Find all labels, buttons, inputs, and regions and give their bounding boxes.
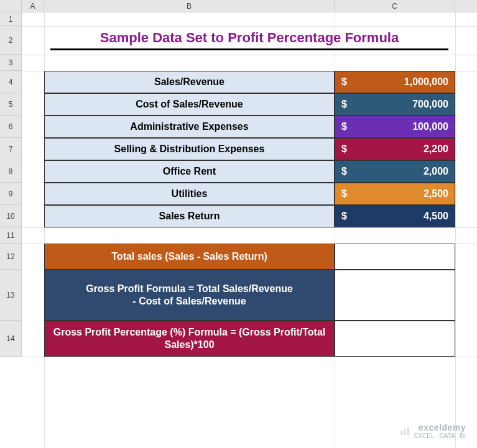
row-header-8[interactable]: 8 [0, 160, 21, 183]
spreadsheet-grid: A B C 1 2 3 4 5 6 7 8 9 10 11 12 13 14 [0, 0, 477, 448]
formula-gross-profit-pct[interactable]: Gross Profit Percentage (%) Formula = (G… [44, 321, 335, 357]
row-header-10[interactable]: 10 [0, 205, 21, 227]
currency-symbol: $ [341, 188, 347, 199]
col-header-C[interactable]: C [335, 0, 455, 12]
formula-total-sales[interactable]: Total sales (Sales - Sales Return) [44, 244, 335, 270]
currency-value: 4,500 [424, 211, 448, 222]
label-utilities[interactable]: Utilities [44, 183, 335, 205]
value-admin-exp[interactable]: $ 100,000 [335, 116, 455, 138]
row-header-13[interactable]: 13 [0, 270, 21, 321]
col-header-B[interactable]: B [44, 0, 335, 12]
formula-gross-profit-pct-value[interactable] [335, 321, 455, 357]
formula-total-sales-value[interactable] [335, 244, 455, 270]
currency-symbol: $ [341, 121, 347, 132]
value-office-rent[interactable]: $ 2,000 [335, 160, 455, 183]
formula-gross-profit[interactable]: Gross Profit Formula = Total Sales/Reven… [44, 270, 335, 321]
label-office-rent[interactable]: Office Rent [44, 160, 335, 183]
currency-symbol: $ [341, 99, 347, 110]
formula-gross-profit-value[interactable] [335, 270, 455, 321]
row-header-1[interactable]: 1 [0, 12, 21, 26]
label-admin-exp[interactable]: Administrative Expenses [44, 116, 335, 138]
column-header-row: A B C [0, 0, 477, 12]
currency-value: 2,000 [424, 166, 448, 177]
watermark: exceldemy EXCEL · DATA · BI [399, 423, 466, 439]
svg-rect-0 [401, 431, 402, 435]
row-header-col: 1 2 3 4 5 6 7 8 9 10 11 12 13 14 [0, 12, 22, 357]
currency-value: 2,200 [424, 144, 448, 155]
currency-symbol: $ [341, 211, 347, 222]
watermark-logo-icon [399, 426, 410, 437]
page-title: Sample Data Set to Profit Percentage For… [50, 30, 448, 50]
currency-symbol: $ [341, 144, 347, 155]
select-all-corner[interactable] [0, 0, 22, 12]
svg-rect-1 [404, 429, 405, 435]
row-header-14[interactable]: 14 [0, 321, 21, 357]
row-header-3[interactable]: 3 [0, 55, 21, 71]
watermark-tagline: EXCEL · DATA · BI [414, 432, 466, 439]
col-header-A[interactable]: A [22, 0, 44, 12]
currency-value: 700,000 [412, 99, 448, 110]
label-sales-return[interactable]: Sales Return [44, 205, 335, 227]
row-header-5[interactable]: 5 [0, 93, 21, 116]
svg-rect-2 [407, 427, 409, 435]
row-header-6[interactable]: 6 [0, 116, 21, 138]
value-sales-revenue[interactable]: $ 1,000,000 [335, 71, 455, 93]
label-sales-revenue[interactable]: Sales/Revenue [44, 71, 335, 93]
row-header-7[interactable]: 7 [0, 138, 21, 160]
label-cost-sales[interactable]: Cost of Sales/Revenue [44, 93, 335, 116]
row-header-11[interactable]: 11 [0, 227, 21, 244]
value-cost-sales[interactable]: $ 700,000 [335, 93, 455, 116]
row-header-9[interactable]: 9 [0, 183, 21, 205]
currency-value: 1,000,000 [404, 76, 448, 88]
currency-symbol: $ [341, 76, 347, 88]
value-utilities[interactable]: $ 2,500 [335, 183, 455, 205]
row-header-4[interactable]: 4 [0, 71, 21, 93]
row-header-12[interactable]: 12 [0, 244, 21, 270]
currency-symbol: $ [341, 166, 347, 177]
value-selling-dist[interactable]: $ 2,200 [335, 138, 455, 160]
cell-area[interactable]: Sample Data Set to Profit Percentage For… [22, 12, 477, 357]
watermark-brand: exceldemy [414, 423, 466, 432]
value-sales-return[interactable]: $ 4,500 [335, 205, 455, 227]
label-selling-dist[interactable]: Selling & Distribution Expenses [44, 138, 335, 160]
currency-value: 100,000 [412, 121, 448, 132]
currency-value: 2,500 [424, 188, 448, 199]
row-header-2[interactable]: 2 [0, 26, 21, 55]
